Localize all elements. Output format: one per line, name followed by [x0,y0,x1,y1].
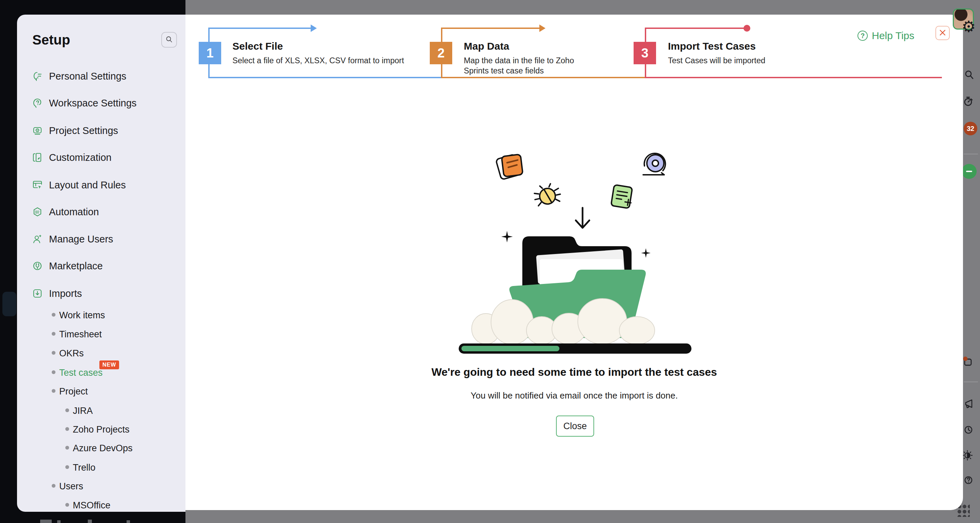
sub-item-label: Test cases [59,368,103,378]
sidebar-item-personal-settings[interactable]: Personal Settings [17,69,185,84]
down-arrow-icon [576,208,589,228]
person-sliders-icon [32,71,43,82]
note-plus-icon [611,185,633,208]
step2-title: Map Data [464,40,509,52]
sidebar-item-zoho-projects[interactable]: Zoho Projects [17,423,185,436]
add-button[interactable] [962,164,977,179]
help-tips-button[interactable]: ? Help Tips [858,30,914,41]
bullet-icon [65,446,69,450]
sidebar-item-label: Workspace Settings [49,98,137,109]
sub-item-label: Zoho Projects [73,425,130,435]
sidebar-item-work-items[interactable]: Work items [17,308,185,322]
background-text-fragment [88,520,92,523]
sidebar-item-label: Layout and Rules [49,179,126,191]
sidebar-item-workspace-settings[interactable]: Workspace Settings [17,95,185,111]
close-button[interactable]: Close [556,415,594,437]
sidebar-item-users[interactable]: Users [17,479,185,493]
sub-item-label: Work items [59,310,105,321]
brightness-icon[interactable] [962,450,973,463]
step1-title: Select File [232,40,283,52]
sub-item-label: Project [59,386,88,397]
step2-number: 2 [430,42,452,64]
bullet-icon [52,484,56,488]
plug-circle-icon [32,260,43,271]
sidebar-item-manage-users[interactable]: Manage Users [17,231,185,247]
sidebar-item-okrs[interactable]: OKRs [17,347,185,360]
hexagon-circuit-icon [32,206,43,217]
step1-arrow-icon [311,24,317,32]
sub-item-label: Timesheet [59,329,102,340]
rail-divider [964,154,978,154]
sidebar-item-label: Marketplace [49,260,103,272]
step3-end-dot [743,25,750,32]
stopwatch-icon[interactable] [963,96,974,108]
sprint-disc-icon [643,153,665,175]
sidebar-item-marketplace[interactable]: Marketplace [17,258,185,273]
step1-bottom-rail [208,77,442,78]
sub-item-label: Trello [73,463,95,473]
head-question-icon [32,98,43,108]
bullet-icon [65,503,69,507]
sidebar-item-project[interactable]: Project [17,385,185,398]
step3-bottom-rail [645,77,942,78]
sidebar-item-label: Imports [49,288,82,299]
clipboard-alert-icon[interactable] [962,356,974,369]
sidebar-item-timesheet[interactable]: Timesheet [17,328,185,341]
screen: 32 ⚙ Setup Personal Settings [0,0,980,523]
sidebar-item-jira[interactable]: JIRA [17,404,185,418]
page-title: Setup [32,32,70,48]
user-star-icon [32,234,43,244]
bullet-icon [65,465,69,469]
bullet-icon [52,370,56,374]
sticky-notes-icon [496,154,523,180]
bullet-icon [52,351,56,355]
notification-count: 32 [967,125,974,133]
step3-number: 3 [633,42,656,64]
step2-description: Map the data in the file to Zoho Sprints… [464,55,597,76]
gear-icon[interactable]: ⚙ [962,19,975,34]
progress-bar [461,346,559,351]
bullet-icon [52,313,56,317]
sidebar-item-imports[interactable]: Imports [17,286,185,301]
search-icon[interactable] [964,70,975,82]
sidebar-item-msoffice[interactable]: MSOffice [17,499,185,512]
history-clock-icon[interactable] [963,425,974,437]
step2-bottom-rail [441,77,646,78]
bullet-icon [65,408,69,412]
step1-number: 1 [199,42,221,64]
sidebar-item-project-settings[interactable]: Project Settings [17,123,185,138]
sidebar-item-label: Customization [49,152,111,163]
close-wizard-button[interactable] [935,26,950,40]
sidebar-item-customization[interactable]: Customization [17,150,185,165]
sidebar-item-label: Personal Settings [49,71,126,82]
background-text-fragment [40,520,52,523]
background-text-fragment [57,520,60,523]
import-box-icon [32,288,43,299]
notification-badge[interactable]: 32 [964,122,977,135]
sidebar-item-label: Manage Users [49,234,113,245]
question-circle-icon: ? [858,31,868,41]
sub-item-label: OKRs [59,348,84,359]
sidebar-search-button[interactable] [161,32,177,48]
import-wizard-panel: 1 Select File Select a file of XLS, XLSX… [185,14,963,510]
step3-top-rail [645,27,745,29]
step2-arrow-icon [539,24,546,32]
sidebar-item-layout-and-rules[interactable]: Layout and Rules [17,178,185,192]
panels-leaf-icon [32,152,43,163]
step3-description: Test Cases will be imported [668,55,765,66]
search-icon [165,36,173,44]
help-tips-label: Help Tips [872,30,914,41]
sidebar-item-trello[interactable]: Trello [17,461,185,474]
sidebar-item-test-cases[interactable]: Test cases [17,366,185,379]
layout-cursor-icon [32,179,43,190]
step2-top-rail [441,27,539,29]
megaphone-icon[interactable] [963,399,974,411]
sidebar-item-automation[interactable]: Automation [17,204,185,219]
close-icon [939,29,946,37]
step1-description: Select a file of XLS, XLSX, CSV format t… [232,55,404,66]
step3-title: Import Test Cases [668,40,756,52]
background-text-fragment [127,520,130,523]
sidebar-item-azure-devops[interactable]: Azure DevOps [17,441,185,455]
help-circle-icon[interactable] [963,475,974,487]
sub-item-label: MSOffice [73,500,111,511]
